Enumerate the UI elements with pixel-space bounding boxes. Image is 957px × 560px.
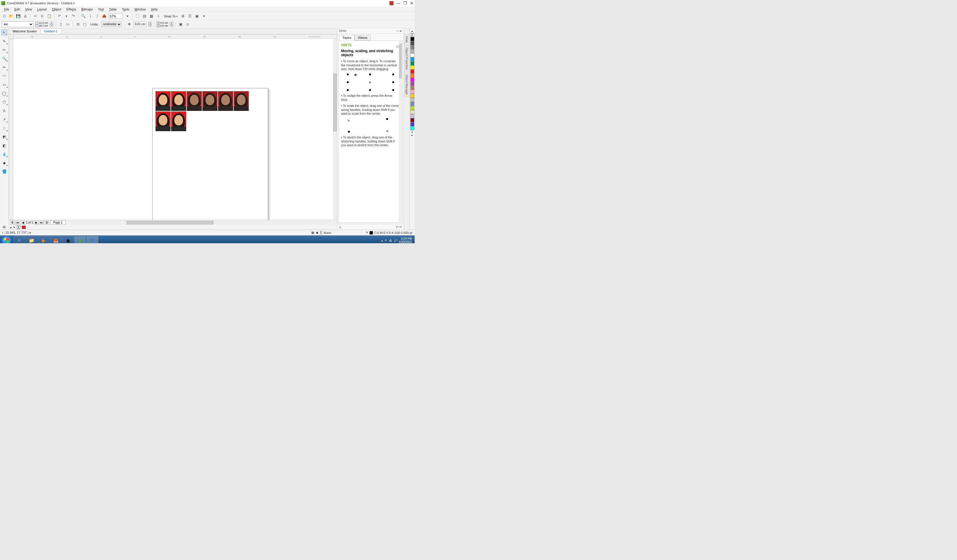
horizontal-scrollbar[interactable] (69, 221, 336, 225)
menu-help[interactable]: Help (149, 7, 160, 12)
outline-pen-icon[interactable]: ✎ (366, 231, 368, 235)
paste-icon[interactable]: 📋 (47, 14, 52, 19)
id-photo[interactable] (171, 91, 186, 111)
landscape-icon[interactable]: ▭ (65, 22, 70, 27)
docker-controls[interactable]: ▫ ▫ ▸ (396, 29, 402, 33)
color-swatch[interactable] (410, 53, 414, 57)
color-eyedropper-tool[interactable]: 💧 (2, 151, 7, 157)
dup-x-value[interactable]: 0.5 cm (160, 21, 168, 24)
add-page-after-icon[interactable]: 🗎 (45, 221, 49, 225)
page[interactable] (152, 88, 268, 220)
menu-file[interactable]: File (2, 7, 11, 12)
launch-dropdown-icon[interactable]: ▾ (201, 14, 207, 19)
tray-clock[interactable]: 6:29 PM 6/30/2020 (399, 237, 412, 243)
start-button[interactable] (1, 236, 11, 243)
tab-welcome[interactable]: Welcome Screen (9, 28, 41, 34)
paper-size-select[interactable]: A4 (2, 21, 33, 27)
first-page-icon[interactable]: ⏮ (16, 221, 20, 225)
grid-icon[interactable]: ▦ (149, 14, 154, 19)
options-icon[interactable]: ⚙ (180, 14, 186, 19)
shape-tool[interactable]: ✎ (2, 38, 7, 44)
undo-dropdown-icon[interactable]: ▾ (64, 14, 69, 19)
notification-icon[interactable] (390, 1, 393, 5)
options3-icon[interactable]: ⊙ (185, 22, 190, 27)
tab-topics[interactable]: Topics (339, 35, 354, 41)
horizontal-ruler[interactable]: -10 -5 0 5 10 15 20 25 centimeters (13, 34, 337, 39)
outline-color-swatch[interactable] (370, 231, 373, 235)
freehand-tool[interactable]: ✏ (2, 64, 7, 70)
search-icon[interactable]: 🔍 (81, 14, 86, 19)
drop-shadow-tool[interactable]: ◩ (2, 134, 7, 140)
crop-tool[interactable]: ✂ (2, 47, 7, 53)
home-icon[interactable]: ⌂ (339, 225, 341, 229)
current-page-icon[interactable]: ▢ (82, 22, 87, 27)
copy-icon[interactable]: ⎘ (39, 14, 45, 19)
tab-untitled[interactable]: Untitled-1 (40, 28, 62, 34)
id-photo[interactable] (155, 112, 171, 131)
transparency-tool[interactable]: ◧ (2, 142, 7, 148)
color-swatch[interactable] (410, 77, 414, 82)
smart-fill-tool[interactable]: 🪣 (2, 169, 7, 174)
color-swatch[interactable] (410, 37, 414, 41)
artistic-media-tool[interactable]: 〰 (2, 73, 7, 79)
menu-table[interactable]: Table (107, 7, 119, 12)
vertical-ruler[interactable] (9, 39, 13, 220)
redo-icon[interactable]: ↷ (71, 14, 76, 19)
menu-layout[interactable]: Layout (35, 7, 49, 12)
scrollbar-thumb[interactable] (399, 44, 402, 79)
tab-videos[interactable]: Videos (354, 35, 370, 41)
vtab-hints[interactable]: Hints (404, 34, 409, 45)
vtab-object-manager[interactable]: Object Manager (404, 73, 409, 97)
id-photo[interactable] (187, 91, 202, 111)
page-width-value[interactable]: 21.0 cm (39, 21, 48, 24)
toggle-icon[interactable]: ▸ (30, 231, 31, 234)
fill-icon[interactable]: ◆ (316, 231, 318, 235)
fullscreen-icon[interactable]: ⛶ (135, 14, 140, 19)
guidelines-icon[interactable]: ⊹ (156, 14, 161, 19)
id-photo[interactable] (171, 112, 186, 131)
ruler-corner[interactable] (9, 34, 13, 39)
snap-to-label[interactable]: Snap To • (164, 14, 177, 18)
undo-icon[interactable]: ↶ (57, 14, 62, 19)
rulers-icon[interactable]: ▤ (142, 14, 147, 19)
import-icon[interactable]: ⤵ (88, 14, 93, 19)
page-height-value[interactable]: 29.7 cm (39, 24, 48, 27)
treat-as-filled-icon[interactable]: ▣ (178, 22, 183, 27)
parallel-dim-tool[interactable]: ↗ (2, 117, 7, 122)
publish-icon[interactable]: 📤 (102, 14, 107, 19)
color-swatch[interactable] (410, 65, 414, 69)
taskbar-word-icon[interactable]: W (87, 236, 98, 243)
color-swatch[interactable] (410, 114, 414, 118)
zoom-tool[interactable]: 🔍 (2, 55, 7, 62)
id-photo[interactable] (155, 91, 171, 111)
connector-tool[interactable]: ⎍ (2, 125, 7, 131)
palette-up-icon[interactable]: ▴ (411, 30, 413, 32)
palette-down-icon[interactable]: ▾ (411, 131, 413, 134)
menu-bitmaps[interactable]: Bitmaps (79, 7, 95, 12)
color-swatch[interactable] (410, 62, 414, 65)
color-swatch[interactable] (410, 41, 414, 45)
taskbar-explorer-icon[interactable]: 📁 (26, 236, 37, 243)
zoom-dropdown-icon[interactable]: ▾ (125, 14, 130, 19)
docker-scrollbar[interactable] (399, 41, 402, 222)
color-swatch[interactable] (410, 122, 414, 126)
save-icon[interactable]: 💾 (16, 14, 21, 19)
id-photo[interactable] (202, 91, 218, 111)
color-swatch[interactable] (410, 106, 414, 110)
text-tool[interactable]: A (2, 108, 7, 114)
palette-flyout-icon[interactable]: ▸ (411, 134, 413, 137)
id-photo[interactable] (218, 91, 233, 111)
minimize-button[interactable]: — (396, 1, 401, 5)
tray-flag-icon[interactable]: 🏳 (385, 239, 387, 242)
no-fill-icon[interactable]: ╳ (320, 231, 322, 235)
export-icon[interactable]: ⤴ (95, 14, 100, 19)
nudge-spinner[interactable]: ▴▾ (148, 22, 152, 27)
tray-show-hidden-icon[interactable]: ▴ (381, 239, 383, 242)
color-swatch[interactable] (410, 86, 414, 90)
canvas[interactable] (13, 39, 337, 220)
scrollbar-thumb[interactable] (126, 221, 213, 224)
launch-icon[interactable]: ▣ (194, 14, 199, 19)
color-swatch[interactable] (410, 126, 414, 130)
open-icon[interactable]: 📂 (9, 14, 14, 19)
color-swatch[interactable] (410, 45, 414, 49)
